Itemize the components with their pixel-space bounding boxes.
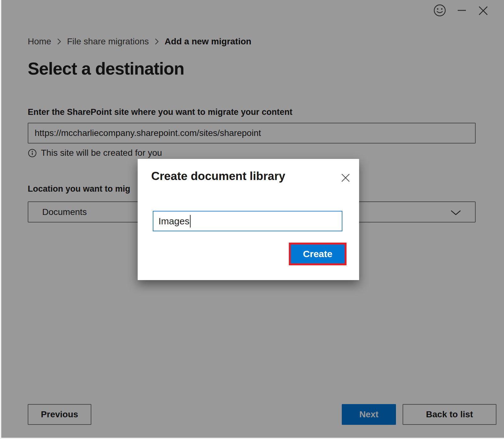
create-button-highlight: Create (289, 243, 346, 265)
text-cursor (190, 215, 191, 228)
dialog-close-icon[interactable] (341, 173, 351, 183)
screen-edge-bottom (0, 438, 504, 439)
create-document-library-dialog: Create document library Images Create (138, 159, 359, 280)
dialog-title: Create document library (151, 170, 285, 183)
library-name-input[interactable]: Images (153, 211, 342, 231)
app-window: Home File share migrations Add a new mig… (1, 0, 504, 438)
library-name-value: Images (158, 216, 189, 227)
screen-edge-left (0, 0, 1, 439)
create-button[interactable]: Create (291, 245, 345, 263)
